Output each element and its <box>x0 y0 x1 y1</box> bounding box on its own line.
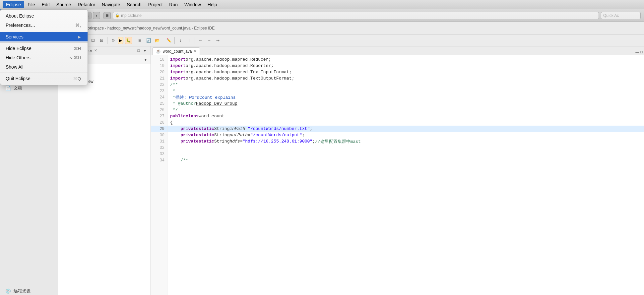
finder-item-docs[interactable]: 📄 文稿 <box>0 84 58 92</box>
ln-26: 26 <box>151 107 167 113</box>
code-line-33 <box>167 151 644 157</box>
code-editor: 18 19 20 21 22 23 24 25 26 27 28 29 <box>151 55 644 295</box>
ln-30: 30 <box>151 132 167 138</box>
dd-separator-1 <box>0 31 88 31</box>
code-line-25: * @author Hadoop Dev Group <box>167 100 644 107</box>
toolbar-separator-6 <box>195 37 195 44</box>
ln-23: 23 <box>151 88 167 94</box>
ln-33: 33 <box>151 151 167 157</box>
toolbar-separator-3 <box>134 37 134 44</box>
toolbar-separator-2 <box>107 37 107 44</box>
code-content[interactable]: import org.apache.hadoop.mapred.Reducer;… <box>167 55 644 295</box>
eclipse-dropdown-menu: About Eclipse Preferences… ⌘, Services ▶… <box>0 9 88 85</box>
content-row: 🚀 应用程序 📥 下载 ☁️ iCloud 云盘 🖥 桌面 📄 文稿 💿 <box>0 9 644 295</box>
tab-close-btn[interactable]: ✕ <box>194 49 196 53</box>
menu-source[interactable]: Source <box>53 1 74 8</box>
tb-btn-3[interactable]: ⊡ <box>89 36 97 44</box>
tb-next-btn[interactable]: ⇢ <box>214 36 222 44</box>
dd-preferences[interactable]: Preferences… ⌘, <box>0 21 88 30</box>
menu-navigate[interactable]: Navigate <box>98 1 123 8</box>
quick-access-field[interactable]: Quick Ac <box>601 12 641 19</box>
ln-18: 18 <box>151 56 167 63</box>
tb-grid-btn[interactable]: ⊞ <box>136 36 144 44</box>
menu-refactor[interactable]: Refactor <box>74 1 98 8</box>
layout-button[interactable]: ⊞ <box>103 12 111 19</box>
code-line-20: import org.apache.hadoop.mapred.TextInpu… <box>167 69 644 75</box>
tb-pen-btn[interactable]: ✏️ <box>165 36 173 44</box>
ln-32: 32 <box>151 145 167 151</box>
debug-btn[interactable]: 🐛 <box>125 37 132 44</box>
eclipse-toolbar: 👤 ↩ ↪ ⊡ ⊟ ⚙ ▶ 🐛 ⊞ 🔄 📂 ✏️ ↓ ↑ ← <box>58 34 644 46</box>
address-bar[interactable]: 🔒 mp.csdn.ne <box>113 12 599 19</box>
editor-tabs: ☕ word_count.java ✕ — □ <box>151 46 644 55</box>
tb-open-btn[interactable]: 📂 <box>153 36 161 44</box>
explorer-minimize-btn[interactable]: — <box>129 48 135 53</box>
exp-more-btn[interactable]: ▼ <box>142 56 149 63</box>
code-line-22: /** <box>167 82 644 88</box>
code-line-30: private static String outPath = "/countW… <box>167 132 644 138</box>
app-layout: Eclipse File Edit Source Refactor Naviga… <box>0 0 644 295</box>
code-line-19: import org.apache.hadoop.mapred.Reporter… <box>167 63 644 69</box>
menu-file[interactable]: File <box>24 1 38 8</box>
editor-tab-controls: — □ <box>635 50 643 54</box>
ln-27: 27 <box>151 113 167 119</box>
forward-button[interactable]: › <box>93 12 100 19</box>
dd-about-eclipse[interactable]: About Eclipse <box>0 11 88 21</box>
menu-window[interactable]: Window <box>181 1 204 8</box>
code-line-26: */ <box>167 107 644 113</box>
dd-hide-others[interactable]: Hide Others ⌥⌘H <box>0 53 88 62</box>
code-line-27: public class word_count <box>167 113 644 119</box>
finder-item-remote[interactable]: 💿 远程光盘 <box>0 287 58 295</box>
menu-project[interactable]: Project <box>145 1 166 8</box>
eclipse-ide: ‹ › ⊞ 🔒 mp.csdn.ne Quick Ac 📄 eclipse-wo… <box>58 9 644 295</box>
explorer-maximize-btn[interactable]: □ <box>136 48 141 53</box>
tb-fwd-btn[interactable]: → <box>205 36 213 44</box>
dd-services[interactable]: Services ▶ <box>0 32 88 41</box>
run-btn[interactable]: ▶ <box>118 37 123 44</box>
ln-24: 24 <box>151 94 167 100</box>
explorer-tab-decoration: ✕ <box>94 48 97 53</box>
eclipse-title: eclipse-workspace - hadoop_new/src/hadoo… <box>71 26 215 30</box>
dd-hide-eclipse[interactable]: Hide Eclipse ⌘H <box>0 44 88 53</box>
menu-search[interactable]: Search <box>123 1 145 8</box>
toolbar-separator-4 <box>163 37 163 44</box>
dd-quit-eclipse[interactable]: Quit Eclipse ⌘Q <box>0 74 88 83</box>
menu-edit[interactable]: Edit <box>38 1 53 8</box>
eclipse-main: Package Explorer ✕ — □ ▼ ⊟ 🔗 📄 <box>58 46 644 295</box>
code-line-34: /** <box>167 157 644 163</box>
dd-separator-3 <box>0 73 88 73</box>
explorer-panel-controls: — □ ▼ <box>129 48 148 53</box>
ln-25: 25 <box>151 100 167 107</box>
eclipse-title-bar: 📄 eclipse-workspace - hadoop_new/src/had… <box>58 22 644 34</box>
url-text: mp.csdn.ne <box>121 13 142 18</box>
code-line-28: { <box>167 119 644 126</box>
editor-tab-word-count[interactable]: ☕ word_count.java ✕ <box>152 47 200 55</box>
explorer-chevron-btn[interactable]: ▼ <box>142 48 148 53</box>
ln-19: 19 <box>151 63 167 69</box>
code-line-29: private static String inPath = "/countWo… <box>167 126 644 132</box>
ln-34: 34 <box>151 157 167 163</box>
ln-28: 28 <box>151 119 167 126</box>
tb-btn-4[interactable]: ⊟ <box>97 36 105 44</box>
settings-btn[interactable]: ⚙ <box>109 36 117 44</box>
explorer-content: Locations ▶ 📁 oop ▶ 🗂 hadoop_new <box>58 64 151 295</box>
dd-show-all[interactable]: Show All <box>0 62 88 72</box>
tb-refresh-btn[interactable]: 🔄 <box>145 36 153 44</box>
docs-icon: 📄 <box>5 86 11 91</box>
code-line-24: * 描述: WordCount explains <box>167 94 644 100</box>
code-line-21: import org.apache.hadoop.mapred.TextOutp… <box>167 75 644 82</box>
ln-20: 20 <box>151 69 167 75</box>
tb-up-btn[interactable]: ↑ <box>185 36 193 44</box>
toolbar-separator-5 <box>174 37 175 44</box>
line-numbers: 18 19 20 21 22 23 24 25 26 27 28 29 <box>151 55 167 295</box>
menu-run[interactable]: Run <box>166 1 181 8</box>
editor-maximize-btn[interactable]: □ <box>640 50 643 54</box>
ln-31: 31 <box>151 138 167 145</box>
tb-down-btn[interactable]: ↓ <box>176 36 184 44</box>
tb-back-btn[interactable]: ← <box>197 36 205 44</box>
editor-minimize-btn[interactable]: — <box>635 50 639 54</box>
menu-eclipse[interactable]: Eclipse <box>3 1 24 8</box>
code-line-23: * <box>167 88 644 94</box>
eclipse-dropdown-overlay: About Eclipse Preferences… ⌘, Services ▶… <box>0 9 88 85</box>
menu-help[interactable]: Help <box>204 1 221 8</box>
